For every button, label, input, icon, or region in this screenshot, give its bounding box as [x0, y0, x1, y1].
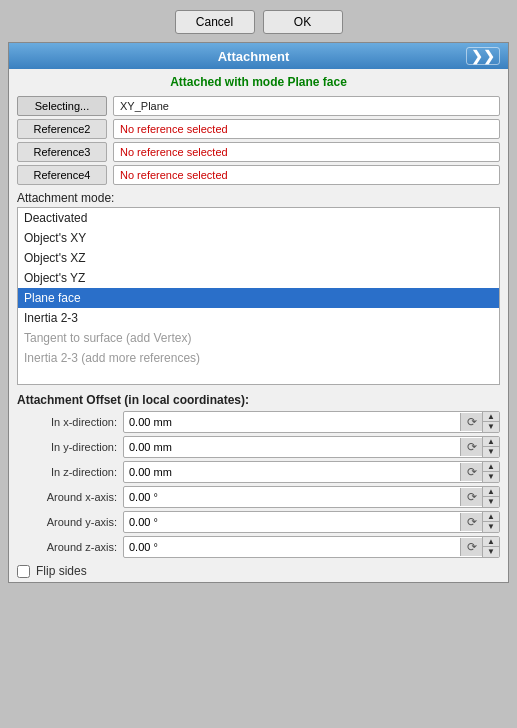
mode-item-1[interactable]: Object's XY: [18, 228, 499, 248]
offset-label-1: In y-direction:: [17, 441, 117, 453]
offset-section: Attachment Offset (in local coordinates)…: [17, 393, 500, 558]
offset-input-wrap-3: ⟳▲▼: [123, 486, 500, 508]
offset-row-5: Around z-axis:⟳▲▼: [17, 536, 500, 558]
offset-spin-down-0[interactable]: ▼: [483, 422, 499, 432]
offset-cycle-button-0[interactable]: ⟳: [460, 413, 482, 431]
attached-mode-text: Attached with mode Plane face: [9, 69, 508, 93]
reference1-row: Selecting... XY_Plane: [17, 96, 500, 116]
offset-input-5[interactable]: [124, 539, 460, 555]
offset-spin-down-5[interactable]: ▼: [483, 547, 499, 557]
offset-label-0: In x-direction:: [17, 416, 117, 428]
offset-input-wrap-5: ⟳▲▼: [123, 536, 500, 558]
offset-input-1[interactable]: [124, 439, 460, 455]
cancel-button[interactable]: Cancel: [175, 10, 255, 34]
reference2-field[interactable]: No reference selected: [113, 119, 500, 139]
offset-input-wrap-0: ⟳▲▼: [123, 411, 500, 433]
offset-spin-up-0[interactable]: ▲: [483, 412, 499, 422]
offset-input-wrap-2: ⟳▲▼: [123, 461, 500, 483]
reference2-row: Reference2 No reference selected: [17, 119, 500, 139]
attachment-mode-label: Attachment mode:: [17, 191, 500, 205]
offset-spin-up-1[interactable]: ▲: [483, 437, 499, 447]
offset-input-4[interactable]: [124, 514, 460, 530]
offset-row-2: In z-direction:⟳▲▼: [17, 461, 500, 483]
offset-label-4: Around y-axis:: [17, 516, 117, 528]
top-buttons-bar: Cancel OK: [0, 0, 517, 42]
offset-label-2: In z-direction:: [17, 466, 117, 478]
offset-spin-up-3[interactable]: ▲: [483, 487, 499, 497]
mode-item-2[interactable]: Object's XZ: [18, 248, 499, 268]
offset-spin-up-5[interactable]: ▲: [483, 537, 499, 547]
offset-spin-down-2[interactable]: ▼: [483, 472, 499, 482]
mode-item-0[interactable]: Deactivated: [18, 208, 499, 228]
reference1-button[interactable]: Selecting...: [17, 96, 107, 116]
offset-input-2[interactable]: [124, 464, 460, 480]
offset-row-1: In y-direction:⟳▲▼: [17, 436, 500, 458]
attachment-dialog: Attachment ❯❯ Attached with mode Plane f…: [8, 42, 509, 583]
offset-title: Attachment Offset (in local coordinates)…: [17, 393, 500, 407]
collapse-button[interactable]: ❯❯: [466, 47, 500, 65]
reference4-row: Reference4 No reference selected: [17, 165, 500, 185]
reference1-field[interactable]: XY_Plane: [113, 96, 500, 116]
mode-item-4[interactable]: Plane face: [18, 288, 499, 308]
offset-spin-down-3[interactable]: ▼: [483, 497, 499, 507]
ok-button[interactable]: OK: [263, 10, 343, 34]
offset-spin-up-2[interactable]: ▲: [483, 462, 499, 472]
dialog-header: Attachment ❯❯: [9, 43, 508, 69]
dialog-title: Attachment: [41, 49, 466, 64]
flip-row: Flip sides: [17, 564, 500, 578]
offset-input-0[interactable]: [124, 414, 460, 430]
offset-spin-up-4[interactable]: ▲: [483, 512, 499, 522]
flip-label: Flip sides: [36, 564, 87, 578]
offset-cycle-button-1[interactable]: ⟳: [460, 438, 482, 456]
reference3-button[interactable]: Reference3: [17, 142, 107, 162]
offset-cycle-button-2[interactable]: ⟳: [460, 463, 482, 481]
offset-cycle-button-4[interactable]: ⟳: [460, 513, 482, 531]
attachment-mode-list[interactable]: DeactivatedObject's XYObject's XZObject'…: [17, 207, 500, 385]
offset-input-3[interactable]: [124, 489, 460, 505]
mode-item-3[interactable]: Object's YZ: [18, 268, 499, 288]
reference3-field[interactable]: No reference selected: [113, 142, 500, 162]
mode-item-7: Inertia 2-3 (add more references): [18, 348, 499, 368]
offset-row-4: Around y-axis:⟳▲▼: [17, 511, 500, 533]
offset-cycle-button-3[interactable]: ⟳: [460, 488, 482, 506]
reference4-button[interactable]: Reference4: [17, 165, 107, 185]
offset-spin-down-4[interactable]: ▼: [483, 522, 499, 532]
offset-label-3: Around x-axis:: [17, 491, 117, 503]
flip-checkbox[interactable]: [17, 565, 30, 578]
offset-row-3: Around x-axis:⟳▲▼: [17, 486, 500, 508]
reference2-button[interactable]: Reference2: [17, 119, 107, 139]
offset-input-wrap-1: ⟳▲▼: [123, 436, 500, 458]
mode-item-6: Tangent to surface (add Vertex): [18, 328, 499, 348]
offset-label-5: Around z-axis:: [17, 541, 117, 553]
mode-item-5[interactable]: Inertia 2-3: [18, 308, 499, 328]
offset-input-wrap-4: ⟳▲▼: [123, 511, 500, 533]
offset-cycle-button-5[interactable]: ⟳: [460, 538, 482, 556]
offset-row-0: In x-direction:⟳▲▼: [17, 411, 500, 433]
offset-spin-down-1[interactable]: ▼: [483, 447, 499, 457]
reference3-row: Reference3 No reference selected: [17, 142, 500, 162]
reference4-field[interactable]: No reference selected: [113, 165, 500, 185]
